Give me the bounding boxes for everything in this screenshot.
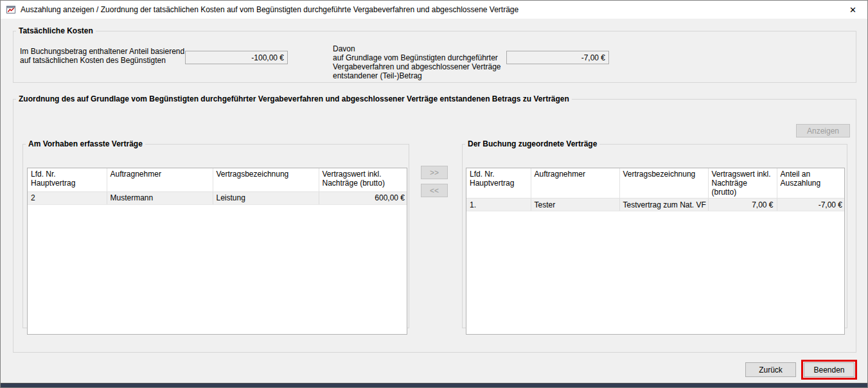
column-header: Anteil an Auszahlung	[777, 168, 845, 198]
column-header: Lfd. Nr. Hauptvertrag	[466, 168, 531, 198]
cell-vertragsbezeichnung: Leistung	[213, 191, 319, 204]
beenden-button[interactable]: Beenden	[804, 362, 855, 377]
cell-vertragswert: 600,00 €	[319, 191, 407, 204]
project-contracts-group-title: Am Vorhaben erfasste Verträge	[26, 139, 145, 148]
column-header: Vertragswert inkl. Nachträge (brutto)	[319, 168, 407, 191]
cell-lfd-nr: 1.	[466, 198, 531, 211]
booking-amount-label: Im Buchungsbetrag enthaltener Anteil bas…	[20, 47, 184, 65]
partial-amount-field[interactable]	[506, 51, 609, 64]
cell-auftragnehmer: Mustermann	[107, 191, 213, 204]
cell-anteil: -7,00 €	[777, 198, 845, 211]
cell-lfd-nr: 2	[28, 191, 107, 204]
assigned-contracts-table: Lfd. Nr. Hauptvertrag Auftragnehmer Vert…	[466, 168, 845, 335]
cell-vertragswert: 7,00 €	[708, 198, 777, 211]
title-bar: Auszahlung anzeigen / Zuordnung der tats…	[1, 1, 867, 19]
close-icon[interactable]: ✕	[838, 1, 867, 19]
table-header-row: Lfd. Nr. Hauptvertrag Auftragnehmer Vert…	[28, 168, 407, 191]
column-header: Vertragswert inkl. Nachträge (brutto)	[708, 168, 777, 198]
column-header: Vertragsbezeichnung	[213, 168, 319, 191]
move-right-button[interactable]: >>	[421, 166, 448, 179]
column-header: Lfd. Nr. Hauptvertrag	[28, 168, 107, 191]
assigned-contracts-group-title: Der Buchung zugeordnete Verträge	[465, 139, 599, 148]
partial-amount-label: Davon auf Grundlage vom Begünstigten dur…	[333, 44, 501, 80]
actual-costs-group-title: Tatsächliche Kosten	[16, 26, 96, 35]
project-contracts-group: Am Vorhaben erfasste Verträge Lfd. Nr. H…	[22, 139, 409, 328]
red-highlight-annotation: Beenden	[801, 360, 857, 380]
table-row[interactable]: 2 Mustermann Leistung 600,00 €	[28, 191, 407, 204]
dialog-window: Auszahlung anzeigen / Zuordnung der tats…	[0, 0, 868, 388]
window-bottom-edge	[1, 383, 867, 387]
column-header: Auftragnehmer	[531, 168, 619, 198]
move-left-button[interactable]: <<	[421, 184, 448, 197]
booking-amount-field[interactable]	[185, 51, 288, 64]
app-icon	[6, 4, 16, 15]
table-row[interactable]: 1. Tester Testvertrag zum Nat. VF 7,00 €…	[466, 198, 845, 211]
assignment-group: Zuordnung des auf Grundlage vom Begünsti…	[13, 94, 856, 353]
assigned-contracts-group: Der Buchung zugeordnete Verträge Lfd. Nr…	[462, 139, 847, 328]
anzeigen-button[interactable]: Anzeigen	[796, 124, 850, 137]
window-title: Auszahlung anzeigen / Zuordnung der tats…	[21, 5, 518, 14]
column-header: Auftragnehmer	[107, 168, 213, 191]
table-header-row: Lfd. Nr. Hauptvertrag Auftragnehmer Vert…	[466, 168, 845, 198]
assignment-group-title: Zuordnung des auf Grundlage vom Begünsti…	[16, 94, 572, 103]
project-contracts-table: Lfd. Nr. Hauptvertrag Auftragnehmer Vert…	[27, 168, 407, 335]
cell-auftragnehmer: Tester	[531, 198, 619, 211]
zurueck-button[interactable]: Zurück	[745, 362, 796, 377]
actual-costs-group: Tatsächliche Kosten Im Buchungsbetrag en…	[13, 26, 856, 83]
column-header: Vertragsbezeichnung	[619, 168, 708, 198]
cell-vertragsbezeichnung: Testvertrag zum Nat. VF	[619, 198, 708, 211]
